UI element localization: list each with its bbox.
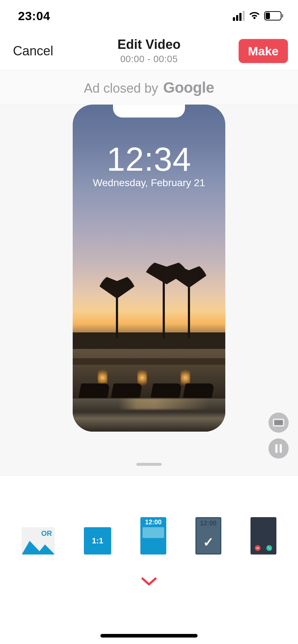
scenery-decoration bbox=[163, 281, 165, 338]
svg-rect-2 bbox=[282, 14, 283, 18]
scenery-decoration bbox=[169, 263, 209, 288]
option-original[interactable]: OR bbox=[22, 527, 55, 555]
lockscreen-time: 12:34 bbox=[73, 141, 225, 178]
option-square-label: 1:1 bbox=[84, 527, 111, 555]
status-indicators bbox=[233, 11, 284, 21]
frame-toggle-button[interactable] bbox=[268, 413, 289, 433]
phone-notch bbox=[113, 105, 185, 118]
accept-call-icon bbox=[266, 545, 272, 551]
drag-handle[interactable] bbox=[136, 463, 162, 466]
scenery-decoration bbox=[97, 273, 137, 299]
status-clock: 23:04 bbox=[18, 9, 50, 23]
pause-icon bbox=[275, 444, 282, 453]
scenery-decoration bbox=[116, 295, 118, 338]
option-lockscreen-dark-time: 12:00 bbox=[197, 518, 220, 527]
scenery-decoration bbox=[150, 383, 182, 398]
status-bar: 23:04 bbox=[0, 0, 298, 32]
scenery-decoration bbox=[78, 383, 110, 398]
preview-stage: 12:34 Wednesday, February 21 bbox=[0, 105, 298, 475]
home-indicator bbox=[100, 634, 198, 638]
collapse-area bbox=[0, 555, 298, 607]
svg-rect-1 bbox=[266, 13, 270, 19]
ad-banner: Ad closed by Google bbox=[0, 70, 298, 105]
cancel-button[interactable]: Cancel bbox=[13, 43, 53, 59]
page-title: Edit Video bbox=[117, 37, 180, 52]
scenery-decoration bbox=[73, 358, 225, 365]
template-options: OR 1:1 12:00 12:00 ✓ bbox=[0, 475, 298, 555]
decline-call-icon bbox=[255, 545, 261, 551]
checkmark-icon: ✓ bbox=[203, 535, 214, 550]
nav-header: Cancel Edit Video 00:00 - 00:05 Make bbox=[0, 32, 298, 70]
chevron-down-icon bbox=[141, 577, 157, 586]
scenery-decoration bbox=[73, 332, 225, 349]
google-logo-text: Google bbox=[163, 79, 214, 96]
option-original-label: OR bbox=[41, 529, 52, 538]
pause-button[interactable] bbox=[268, 438, 289, 459]
time-range: 00:00 - 00:05 bbox=[117, 54, 180, 65]
scenery-decoration bbox=[111, 383, 142, 398]
wallpaper-preview[interactable]: 12:34 Wednesday, February 21 bbox=[73, 105, 225, 432]
collapse-button[interactable] bbox=[141, 572, 157, 589]
option-lockscreen-light-time: 12:00 bbox=[140, 517, 166, 526]
scenery-decoration bbox=[183, 383, 214, 398]
lockscreen-date: Wednesday, February 21 bbox=[73, 177, 225, 189]
option-square[interactable]: 1:1 bbox=[84, 527, 111, 555]
option-call-screen[interactable] bbox=[250, 517, 276, 555]
ad-text: Ad closed by bbox=[84, 81, 158, 96]
cellular-signal-icon bbox=[233, 11, 245, 21]
wifi-icon bbox=[249, 12, 260, 20]
svg-rect-3 bbox=[256, 548, 259, 548]
scenery-decoration bbox=[73, 399, 225, 432]
battery-icon bbox=[264, 11, 284, 20]
frame-icon bbox=[273, 419, 284, 427]
notification-panel-icon bbox=[143, 527, 164, 538]
option-lockscreen-dark[interactable]: 12:00 ✓ bbox=[195, 517, 221, 555]
option-lockscreen-light[interactable]: 12:00 bbox=[140, 517, 166, 555]
scenery-decoration bbox=[188, 284, 190, 338]
image-icon bbox=[22, 541, 55, 555]
make-button[interactable]: Make bbox=[239, 39, 288, 63]
